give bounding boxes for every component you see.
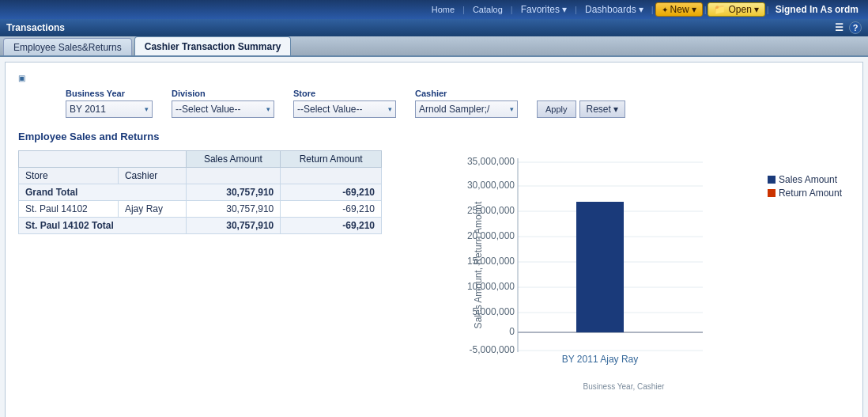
svg-text:30,000,000: 30,000,000 <box>467 180 515 191</box>
legend-returns: Return Amount <box>768 188 842 199</box>
section-title: Employee Sales and Returns <box>18 131 850 142</box>
cashier-arrow: ▾ <box>510 105 514 113</box>
col-header-sales: Sales Amount <box>186 151 281 168</box>
legend-returns-swatch <box>768 189 776 197</box>
window-title: Transactions <box>6 22 65 33</box>
svg-text:BY 2011 Ajay Ray: BY 2011 Ajay Ray <box>562 354 639 365</box>
business-year-arrow: ▾ <box>145 105 149 113</box>
business-year-filter: Business Year BY 2011 ▾ <box>66 89 153 118</box>
open-button[interactable]: 📁 Open ▾ <box>708 2 764 17</box>
subcol-cashier: Cashier <box>118 168 186 184</box>
store-label: Store <box>293 89 396 98</box>
chart-container: 35,000,000 30,000,000 25,000,000 20,000,… <box>398 150 850 380</box>
table-row: St. Paul 14102 Ajay Ray 30,757,910 -69,2… <box>19 201 382 218</box>
store-filter: Store --Select Value-- ▾ <box>293 89 396 118</box>
tab-employee-sales[interactable]: Employee Sales&Returns <box>3 38 132 55</box>
tab-icons: ☰ ? <box>832 21 868 35</box>
apply-button[interactable]: Apply <box>537 100 576 118</box>
reset-button[interactable]: Reset ▾ <box>579 100 625 118</box>
col-header-returns: Return Amount <box>281 151 382 168</box>
business-year-select[interactable]: BY 2011 ▾ <box>66 100 153 118</box>
table-icon[interactable]: ☰ <box>832 21 846 35</box>
sub-total-label: St. Paul 14102 Total <box>19 218 187 234</box>
filter-buttons: Apply Reset ▾ <box>537 100 625 118</box>
chart-bar-sales <box>576 202 624 332</box>
new-button[interactable]: ✦ New ▾ <box>655 2 703 17</box>
reset-arrow: ▾ <box>613 104 618 115</box>
cashier-select[interactable]: Arnold Sampler;/ ▾ <box>415 100 518 118</box>
data-table-container: Sales Amount Return Amount Store Cashier <box>18 150 382 380</box>
help-icon[interactable]: ? <box>849 21 862 34</box>
grand-total-label: Grand Total <box>19 184 187 201</box>
division-arrow: ▾ <box>266 105 270 113</box>
table-row: Grand Total 30,757,910 -69,210 <box>19 184 382 201</box>
tab-cashier-transaction-summary[interactable]: Cashier Transaction Summary <box>134 36 292 55</box>
svg-text:-5,000,000: -5,000,000 <box>470 344 515 355</box>
svg-text:Sales Amount, Return Amount: Sales Amount, Return Amount <box>473 201 484 328</box>
nav-dashboards[interactable]: Dashboards ▾ <box>579 2 650 17</box>
chart-legend: Sales Amount Return Amount <box>768 174 842 201</box>
grand-total-sales: 30,757,910 <box>186 184 281 201</box>
nav-home[interactable]: Home <box>425 3 461 16</box>
data-section: Sales Amount Return Amount Store Cashier <box>18 150 850 380</box>
nav-catalog[interactable]: Catalog <box>466 3 509 16</box>
data-store: St. Paul 14102 <box>19 201 119 218</box>
division-label: Division <box>172 89 274 98</box>
legend-sales-swatch <box>768 176 776 184</box>
window-title-bar: Transactions ☰ ? <box>0 19 868 36</box>
filters-row: Business Year BY 2011 ▾ Division --Selec… <box>18 89 850 118</box>
sub-total-returns: -69,210 <box>281 218 382 234</box>
data-table: Sales Amount Return Amount Store Cashier <box>18 150 382 234</box>
signed-in-label: Signed In As ordm <box>771 2 863 17</box>
subcol-store: Store <box>19 168 119 184</box>
division-filter: Division --Select Value-- ▾ <box>172 89 274 118</box>
folder-icon: 📁 <box>714 4 726 15</box>
data-sales: 30,757,910 <box>186 201 281 218</box>
store-arrow: ▾ <box>388 105 392 113</box>
grand-total-returns: -69,210 <box>281 184 382 201</box>
table-row: St. Paul 14102 Total 30,757,910 -69,210 <box>19 218 382 234</box>
top-navigation: Home | Catalog | Favorites ▾ | Dashboard… <box>0 0 868 19</box>
business-year-label: Business Year <box>66 89 153 98</box>
data-returns: -69,210 <box>281 201 382 218</box>
content-panel: ▣ Business Year BY 2011 ▾ Division --Sel… <box>5 62 863 417</box>
tab-bar: Employee Sales&Returns Cashier Transacti… <box>0 36 868 57</box>
collapse-button[interactable]: ▣ <box>18 74 25 82</box>
main-content: ▣ Business Year BY 2011 ▾ Division --Sel… <box>0 57 868 417</box>
data-cashier: Ajay Ray <box>118 201 186 218</box>
chart-x-sublabel: Business Year, Cashier <box>398 382 850 391</box>
division-select[interactable]: --Select Value-- ▾ <box>172 100 274 118</box>
cashier-filter: Cashier Arnold Sampler;/ ▾ <box>415 89 518 118</box>
cashier-label: Cashier <box>415 89 518 98</box>
new-icon: ✦ <box>662 6 668 14</box>
svg-text:35,000,000: 35,000,000 <box>467 156 515 167</box>
nav-favorites[interactable]: Favorites ▾ <box>515 2 573 17</box>
legend-sales: Sales Amount <box>768 174 842 185</box>
store-select[interactable]: --Select Value-- ▾ <box>293 100 396 118</box>
sub-total-sales: 30,757,910 <box>186 218 281 234</box>
svg-text:0: 0 <box>509 326 515 337</box>
